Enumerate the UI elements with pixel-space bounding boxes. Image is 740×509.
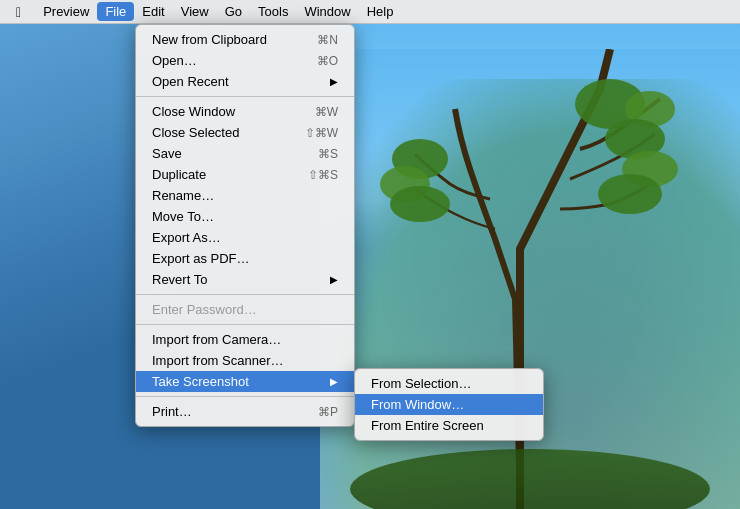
svg-point-8 <box>390 186 450 222</box>
menubar-tools[interactable]: Tools <box>250 2 296 21</box>
menu-open[interactable]: Open… ⌘O <box>136 50 354 71</box>
menubar-preview[interactable]: Preview <box>35 2 97 21</box>
svg-point-5 <box>598 174 662 214</box>
menu-export-as-pdf[interactable]: Export as PDF… <box>136 248 354 269</box>
menu-rename[interactable]: Rename… <box>136 185 354 206</box>
menubar-file[interactable]: File <box>97 2 134 21</box>
submenu-from-window[interactable]: From Window… <box>355 394 543 415</box>
open-recent-arrow: ▶ <box>330 76 338 87</box>
file-menu: New from Clipboard ⌘N Open… ⌘O Open Rece… <box>135 24 355 427</box>
divider-3 <box>136 324 354 325</box>
menu-save[interactable]: Save ⌘S <box>136 143 354 164</box>
menu-export-as[interactable]: Export As… <box>136 227 354 248</box>
menu-print[interactable]: Print… ⌘P <box>136 401 354 422</box>
screenshot-arrow: ▶ <box>330 376 338 387</box>
menubar-edit[interactable]: Edit <box>134 2 172 21</box>
menu-import-camera[interactable]: Import from Camera… <box>136 329 354 350</box>
divider-2 <box>136 294 354 295</box>
submenu-from-selection[interactable]: From Selection… <box>355 373 543 394</box>
screenshot-submenu: From Selection… From Window… From Entire… <box>354 368 544 441</box>
menu-enter-password[interactable]: Enter Password… <box>136 299 354 320</box>
menubar:  Preview File Edit View Go Tools Window… <box>0 0 740 24</box>
menu-new-from-clipboard[interactable]: New from Clipboard ⌘N <box>136 29 354 50</box>
divider-4 <box>136 396 354 397</box>
menu-open-recent[interactable]: Open Recent ▶ <box>136 71 354 92</box>
menu-import-scanner[interactable]: Import from Scanner… <box>136 350 354 371</box>
menubar-window[interactable]: Window <box>296 2 358 21</box>
divider-1 <box>136 96 354 97</box>
revert-to-arrow: ▶ <box>330 274 338 285</box>
menu-revert-to[interactable]: Revert To ▶ <box>136 269 354 290</box>
menu-duplicate[interactable]: Duplicate ⇧⌘S <box>136 164 354 185</box>
menubar-view[interactable]: View <box>173 2 217 21</box>
submenu-from-entire-screen[interactable]: From Entire Screen <box>355 415 543 436</box>
menu-close-selected[interactable]: Close Selected ⇧⌘W <box>136 122 354 143</box>
apple-menu[interactable]:  <box>8 2 29 22</box>
menubar-help[interactable]: Help <box>359 2 402 21</box>
menu-take-screenshot[interactable]: Take Screenshot ▶ <box>136 371 354 392</box>
menubar-go[interactable]: Go <box>217 2 250 21</box>
menu-close-window[interactable]: Close Window ⌘W <box>136 101 354 122</box>
menu-move-to[interactable]: Move To… <box>136 206 354 227</box>
